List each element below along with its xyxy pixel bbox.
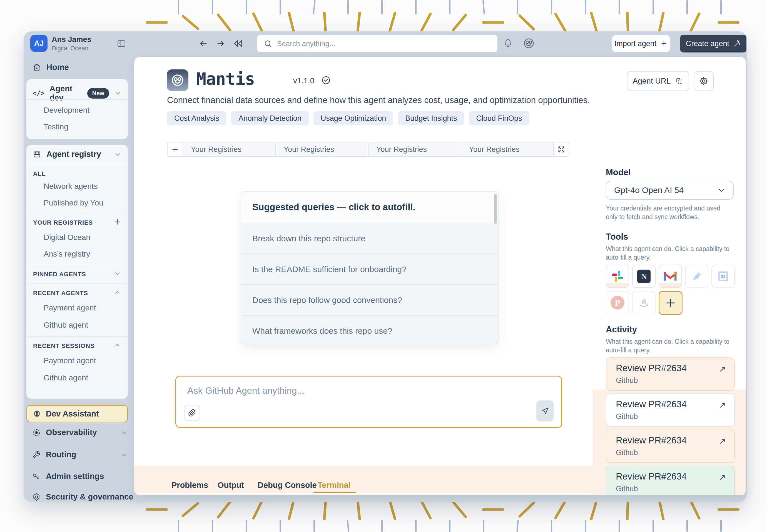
sidebar-item-observability[interactable]: Observability [32,428,128,437]
recent-sessions-header[interactable]: RECENT SESSIONS [33,342,94,350]
back-arrow-icon[interactable] [197,37,210,50]
agent-face-icon[interactable] [522,36,536,50]
observability-label: Observability [46,428,97,437]
security-governance-label: Security & governance [46,492,133,501]
rewind-icon[interactable] [232,37,245,50]
sidebar-item-admin-settings[interactable]: Admin settings [32,472,104,481]
chat-input-box[interactable] [175,376,562,428]
activity-subtitle: Github [616,448,638,457]
tools-heading: Tools [606,232,628,242]
home-label: Home [46,63,69,72]
add-tool-button[interactable] [659,291,683,315]
chevron-down-icon[interactable] [114,90,121,97]
notifications-bell-icon[interactable] [502,37,514,50]
divider [26,336,128,337]
chevron-down-icon[interactable] [114,151,121,158]
sidebar-item-agent-dev[interactable]: </> Agent dev New [32,84,121,102]
tag-pill[interactable]: Usage Optimization [314,111,393,125]
terminal-tab-debug-console[interactable]: Debug Console [258,481,317,490]
agent-url-button[interactable]: Agent URL [627,71,689,91]
import-agent-label: Import agent [615,39,657,48]
agent-url-label: Agent URL [633,77,671,86]
sidebar-item-published-by-you[interactable]: Published by You [44,199,103,207]
forward-arrow-icon[interactable] [215,37,227,50]
chat-input[interactable] [187,385,521,403]
model-select[interactable]: Gpt-4o Open AI 54 [606,181,734,200]
agent-settings-gear-icon[interactable] [694,71,714,91]
tool-notion[interactable]: N [632,265,656,288]
agent-tags: Cost Analysis Anomaly Detection Usage Op… [167,111,529,125]
suggested-query-item[interactable]: Break down this repo structure [241,223,498,254]
chevron-down-icon[interactable] [112,268,123,279]
tool-pinterest[interactable]: P [606,291,629,314]
send-button[interactable] [536,400,553,421]
shield-badge-icon [32,493,41,501]
sidebar-item-digital-ocean[interactable]: Digital Ocean [44,233,90,242]
add-registry-icon[interactable] [112,216,123,227]
sidebar-item-testing[interactable]: Testing [44,122,68,131]
terminal-tab-output[interactable]: Output [218,481,244,490]
sidebar-item-github-agent[interactable]: Github agent [44,321,88,330]
activity-card[interactable]: Review PR#2634 ↗ Github [606,393,735,427]
sidebar-item-dev-assistant[interactable]: Dev Assistant [26,405,128,422]
workspace-tab[interactable]: Your Registries [369,142,461,156]
suggested-query-item[interactable]: Does this repo follow good conventions? [241,284,498,315]
magic-wand-icon [733,40,741,47]
tag-pill[interactable]: Budget Insights [398,111,464,125]
activity-title: Review PR#2634 [616,399,687,410]
tag-pill[interactable]: Anomaly Detection [231,111,309,125]
chevron-up-icon[interactable] [112,287,123,298]
agent-description: Connect financial data sources and defin… [167,95,623,105]
google-calendar-icon: 31 [717,270,729,282]
tag-pill[interactable]: Cloud FinOps [469,111,529,125]
activity-card[interactable]: Review PR#2634 ↗ Github [606,357,735,391]
workspace-tab[interactable]: Your Registries [461,142,554,156]
tool-google-calendar[interactable]: 31 [711,265,735,288]
pinned-agents-header[interactable]: PINNED AGENTS [33,271,86,278]
dev-assistant-label: Dev Assistant [46,409,99,418]
activity-card[interactable]: Review PR#2634 ↗ Github [606,466,735,495]
import-agent-button[interactable]: Import agent [612,35,670,52]
model-value: Gpt-4o Open AI 54 [614,185,684,195]
sidebar-item-home[interactable]: Home [32,62,69,72]
sidebar-item-development[interactable]: Development [44,106,89,115]
terminal-tab-problems[interactable]: Problems [171,481,208,490]
add-tab-icon[interactable] [167,142,183,156]
workspace-tab[interactable]: Your Registries [276,142,369,156]
scrollbar-thumb[interactable] [494,194,497,224]
search-input[interactable] [277,39,489,48]
sidebar-item-ans-registry[interactable]: Ans’s registry [44,250,90,259]
suggested-query-item[interactable]: Is the README sufficient for onboarding? [241,254,498,284]
sidebar-item-payment-agent-session[interactable]: Payment agent [44,356,96,365]
app-window: AJ Ans James Digital Ocean Im [24,31,747,502]
sidebar-item-agent-registry[interactable]: Agent registry [32,150,121,159]
tool-slack[interactable] [606,265,629,288]
attach-paperclip-icon[interactable] [184,405,200,421]
activity-card[interactable]: Review PR#2634 ↗ Github [606,430,735,463]
workspace-tab[interactable]: Your Registries [183,142,276,156]
chevron-down-icon[interactable] [121,451,128,458]
agent-avatar [167,69,188,91]
activity-title: Review PR#2634 [616,471,687,482]
sidebar-item-routing[interactable]: Routing [32,450,128,459]
chevron-down-icon[interactable] [121,429,128,436]
divider [26,265,128,265]
tool-gmail[interactable] [659,265,682,288]
sidebar-item-github-agent-session[interactable]: Github agent [44,373,88,382]
sidebar-item-payment-agent[interactable]: Payment agent [44,303,96,312]
terminal-tab-terminal-active[interactable]: Terminal [318,481,351,490]
create-agent-button[interactable]: Create agent [680,35,746,52]
tool-amazon[interactable]: a [632,291,656,314]
your-registries-header: YOUR REGISTRIES [33,219,93,226]
suggested-query-item[interactable]: What frameworks does this repo use? [241,315,498,344]
sidebar-toggle-icon[interactable] [115,37,127,50]
tool-jira[interactable] [685,265,708,288]
search-bar[interactable] [257,35,497,52]
avatar-initials[interactable]: AJ [30,35,47,52]
expand-icon[interactable] [554,142,569,156]
sidebar-item-security-governance[interactable]: Security & governance [32,492,133,501]
chevron-up-icon[interactable] [112,340,123,351]
recent-agents-header[interactable]: RECENT AGENTS [33,290,88,297]
tag-pill[interactable]: Cost Analysis [167,111,227,125]
sidebar-item-network-agents[interactable]: Network agents [44,182,98,191]
